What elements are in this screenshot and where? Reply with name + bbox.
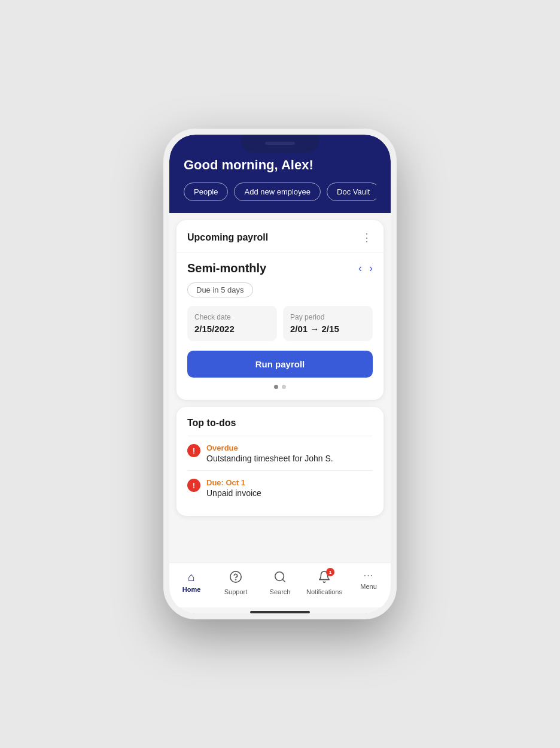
home-indicator bbox=[250, 611, 310, 613]
nav-label-support: Support bbox=[224, 588, 248, 595]
pay-period-value: 2/01 → 2/15 bbox=[290, 324, 366, 334]
payroll-nav-arrows: ‹ › bbox=[358, 262, 373, 275]
todo-icon-2: ! bbox=[187, 479, 200, 492]
payroll-prev-button[interactable]: ‹ bbox=[358, 262, 362, 275]
todo-item-2[interactable]: ! Due: Oct 1 Unpaid invoice bbox=[187, 470, 373, 505]
todo-text-1: Overdue Outstanding timesheet for John S… bbox=[206, 443, 333, 463]
nav-label-home: Home bbox=[182, 586, 201, 593]
quick-actions-bar: People Add new employee Doc Vault Report… bbox=[184, 183, 376, 201]
payroll-card-title: Upcoming payroll bbox=[187, 232, 268, 243]
greeting: Good morning, Alex! bbox=[184, 157, 376, 173]
pay-period-label: Pay period bbox=[290, 313, 366, 321]
notification-badge: 1 bbox=[326, 568, 334, 576]
svg-point-1 bbox=[236, 579, 236, 580]
svg-point-0 bbox=[230, 571, 241, 582]
home-icon: ⌂ bbox=[188, 570, 195, 584]
todos-title: Top to-dos bbox=[187, 418, 373, 428]
screen: Good morning, Alex! People Add new emplo… bbox=[169, 135, 391, 613]
payroll-info-boxes: Check date 2/15/2022 Pay period 2/01 → 2… bbox=[187, 306, 373, 341]
nav-label-notifications: Notifications bbox=[306, 588, 342, 595]
svg-line-3 bbox=[282, 579, 285, 582]
due-badge: Due in 5 days bbox=[187, 282, 253, 297]
quick-action-people[interactable]: People bbox=[184, 183, 228, 201]
todo-status-1: Overdue bbox=[206, 443, 333, 452]
todo-status-2: Due: Oct 1 bbox=[206, 478, 261, 487]
quick-action-add-employee[interactable]: Add new employee bbox=[234, 183, 321, 201]
carousel-dots bbox=[187, 385, 373, 389]
nav-item-search[interactable]: Search bbox=[258, 568, 302, 598]
todo-desc-1: Outstanding timesheet for John S. bbox=[206, 454, 333, 463]
nav-item-support[interactable]: Support bbox=[214, 568, 258, 598]
todo-desc-2: Unpaid invoice bbox=[206, 488, 261, 498]
payroll-type-row: Semi-monthly ‹ › bbox=[187, 262, 373, 275]
notifications-icon: 1 bbox=[318, 570, 331, 586]
carousel-dot-1 bbox=[274, 385, 278, 389]
check-date-box: Check date 2/15/2022 bbox=[187, 306, 277, 341]
nav-item-notifications[interactable]: 1 Notifications bbox=[302, 568, 346, 598]
check-date-label: Check date bbox=[194, 313, 270, 321]
payroll-type-label: Semi-monthly bbox=[187, 262, 266, 275]
nav-item-menu[interactable]: ··· Menu bbox=[346, 568, 391, 598]
speaker bbox=[265, 142, 295, 145]
payroll-card: Upcoming payroll ⋮ Semi-monthly ‹ › Due … bbox=[176, 220, 384, 400]
run-payroll-button[interactable]: Run payroll bbox=[187, 351, 373, 378]
todos-card: Top to-dos ! Overdue Outstanding timeshe… bbox=[176, 407, 384, 516]
todo-icon-1: ! bbox=[187, 444, 200, 457]
scroll-content: Upcoming payroll ⋮ Semi-monthly ‹ › Due … bbox=[169, 213, 391, 562]
payroll-options-button[interactable]: ⋮ bbox=[361, 231, 373, 244]
payroll-next-button[interactable]: › bbox=[369, 262, 373, 275]
notch bbox=[241, 135, 319, 153]
carousel-dot-2 bbox=[282, 385, 286, 389]
menu-icon: ··· bbox=[364, 570, 373, 581]
todo-item-1[interactable]: ! Overdue Outstanding timesheet for John… bbox=[187, 436, 373, 470]
todo-text-2: Due: Oct 1 Unpaid invoice bbox=[206, 478, 261, 498]
pay-period-box: Pay period 2/01 → 2/15 bbox=[283, 306, 373, 341]
search-icon bbox=[273, 570, 287, 586]
nav-label-menu: Menu bbox=[360, 583, 377, 590]
phone-shell: Good morning, Alex! People Add new emplo… bbox=[163, 129, 397, 619]
bottom-nav: ⌂ Home Support bbox=[169, 562, 391, 607]
payroll-card-header: Upcoming payroll ⋮ bbox=[187, 231, 373, 244]
nav-label-search: Search bbox=[270, 588, 291, 595]
nav-item-home[interactable]: ⌂ Home bbox=[169, 568, 214, 598]
quick-action-doc-vault[interactable]: Doc Vault bbox=[327, 183, 376, 201]
payroll-divider bbox=[176, 253, 384, 253]
check-date-value: 2/15/2022 bbox=[194, 324, 270, 334]
support-icon bbox=[229, 570, 242, 586]
